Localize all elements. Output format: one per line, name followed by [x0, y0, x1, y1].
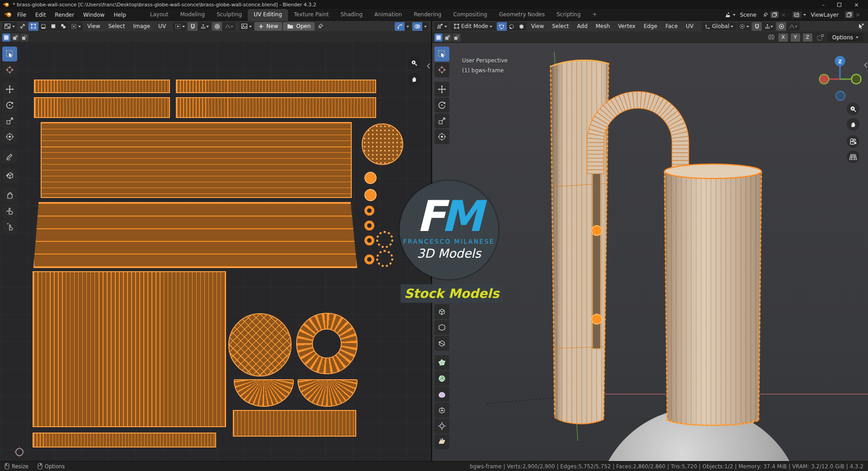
- tab-shading[interactable]: Shading: [335, 9, 368, 21]
- uv-island[interactable]: [33, 271, 226, 427]
- gizmo-negative-z-axis[interactable]: [836, 91, 845, 100]
- uv-island[interactable]: [364, 221, 374, 231]
- show-gizmo-toggle[interactable]: [395, 22, 405, 31]
- uv-island[interactable]: [296, 313, 358, 374]
- pin-icon[interactable]: [763, 12, 769, 18]
- minimize-icon[interactable]: –: [822, 2, 825, 8]
- chevron-collapse-icon[interactable]: [864, 62, 868, 68]
- uv-island[interactable]: [364, 236, 374, 245]
- uv-pan-button[interactable]: [408, 73, 420, 85]
- vp-menu-add[interactable]: Add: [573, 23, 591, 29]
- vp-pivot-dropdown[interactable]: [737, 22, 751, 31]
- vp-falloff-dropdown[interactable]: [786, 22, 800, 31]
- uv-island[interactable]: [234, 379, 294, 407]
- tab-texture-paint[interactable]: Texture Paint: [288, 9, 335, 21]
- gizmo-y-axis[interactable]: [852, 75, 861, 84]
- uv-island[interactable]: [228, 313, 292, 377]
- editor-type-button[interactable]: [434, 22, 449, 31]
- mesh-select-edge[interactable]: [507, 22, 517, 31]
- tool-smooth[interactable]: [434, 387, 449, 402]
- vp-snap-toggle[interactable]: [752, 22, 762, 31]
- uv-island[interactable]: [176, 97, 376, 118]
- tool-select-box[interactable]: [2, 47, 17, 61]
- tool-select-box[interactable]: [434, 47, 449, 61]
- falloff-dropdown[interactable]: [222, 22, 236, 31]
- uv-island[interactable]: [41, 122, 352, 198]
- remove-view-layer-button[interactable]: ×: [855, 11, 860, 18]
- tool-pinch[interactable]: [2, 219, 17, 234]
- blender-logo-icon[interactable]: [4, 11, 13, 18]
- uv-sync-toggle[interactable]: [18, 22, 28, 31]
- uv-island[interactable]: [364, 172, 377, 184]
- tool-shear[interactable]: [434, 434, 449, 449]
- tab-geometry-nodes[interactable]: Geometry Nodes: [493, 9, 551, 21]
- uv-island[interactable]: [176, 80, 376, 93]
- menu-render[interactable]: Render: [50, 12, 79, 18]
- uv-island[interactable]: [33, 202, 357, 268]
- menu-file[interactable]: File: [13, 12, 31, 18]
- uv-menu-select[interactable]: Select: [104, 23, 128, 29]
- uv-select-mode-edge[interactable]: [38, 22, 48, 31]
- uv-zoom-button[interactable]: [408, 57, 420, 69]
- image-open-button[interactable]: Open: [283, 22, 315, 31]
- viewport-ortho-button[interactable]: [847, 151, 859, 163]
- vp-menu-view[interactable]: View: [528, 23, 547, 29]
- tool-transform[interactable]: [434, 129, 449, 144]
- uv-menu-image[interactable]: Image: [130, 23, 154, 29]
- tab-uv-editing[interactable]: UV Editing: [248, 9, 288, 21]
- orientation-dropdown[interactable]: Global: [702, 22, 736, 31]
- viewport-pan-button[interactable]: [847, 118, 859, 131]
- overlays-dropdown[interactable]: [422, 22, 429, 31]
- pivot-dropdown[interactable]: [173, 22, 187, 31]
- select-new-button[interactable]: [2, 33, 10, 42]
- sticky-select-dropdown[interactable]: [69, 22, 83, 31]
- select-extend-button[interactable]: [443, 33, 452, 42]
- maximize-icon[interactable]: [837, 3, 841, 7]
- viewport-canvas[interactable]: User Perspective (1) bgws-frame: [432, 43, 868, 461]
- tab-scripting[interactable]: Scripting: [551, 9, 586, 21]
- mirror-icon[interactable]: [767, 34, 776, 41]
- tool-relax[interactable]: [2, 203, 17, 218]
- uv-island[interactable]: [33, 433, 216, 447]
- proportional-size-icon[interactable]: [816, 34, 824, 41]
- uv-select-mode-vertex[interactable]: [28, 22, 38, 31]
- mirror-z-toggle[interactable]: Z: [803, 33, 812, 42]
- tool-shrink-fatten[interactable]: [434, 419, 449, 433]
- gizmo-x-axis[interactable]: [820, 75, 829, 84]
- show-overlays-toggle[interactable]: [412, 22, 422, 31]
- uv-menu-view[interactable]: View: [84, 23, 104, 29]
- add-view-layer-button[interactable]: [845, 11, 854, 18]
- uv-island[interactable]: [364, 206, 374, 216]
- tool-scale[interactable]: [434, 113, 449, 128]
- unlink-scene-button[interactable]: ×: [781, 11, 786, 18]
- uv-island[interactable]: [364, 254, 374, 264]
- view-layer-selector[interactable]: ViewLayer ×: [790, 11, 863, 19]
- uv-2d-cursor[interactable]: [14, 446, 25, 458]
- uv-island[interactable]: [376, 250, 393, 267]
- snap-toggle[interactable]: [188, 22, 198, 31]
- uv-island[interactable]: [364, 189, 377, 201]
- uv-island[interactable]: [376, 231, 393, 248]
- snap-target-dropdown[interactable]: [198, 22, 211, 31]
- uv-select-mode-island[interactable]: [58, 22, 68, 31]
- vp-menu-uv[interactable]: UV: [682, 23, 697, 29]
- tool-cursor[interactable]: [2, 62, 17, 77]
- selected-vertex-dot[interactable]: [592, 314, 602, 324]
- viewport-camera-button[interactable]: [847, 135, 859, 148]
- tool-grab[interactable]: [2, 188, 17, 203]
- vp-menu-vertex[interactable]: Vertex: [614, 23, 639, 29]
- mesh-select-face[interactable]: [517, 22, 527, 31]
- vp-proportional-toggle[interactable]: [776, 22, 786, 31]
- vp-menu-select[interactable]: Select: [548, 23, 572, 29]
- add-workspace-button[interactable]: +: [586, 9, 603, 21]
- tab-compositing[interactable]: Compositing: [447, 9, 493, 21]
- tool-inset-faces[interactable]: [434, 320, 449, 335]
- viewport-zoom-button[interactable]: [847, 103, 859, 115]
- select-extend-button[interactable]: [11, 33, 19, 42]
- vp-filter-button[interactable]: [856, 22, 866, 31]
- uv-island[interactable]: [233, 410, 356, 437]
- uv-menu-uv[interactable]: UV: [155, 23, 170, 29]
- uv-canvas[interactable]: [0, 43, 431, 461]
- tool-extrude-region[interactable]: [434, 304, 449, 319]
- proportional-toggle[interactable]: [212, 22, 222, 31]
